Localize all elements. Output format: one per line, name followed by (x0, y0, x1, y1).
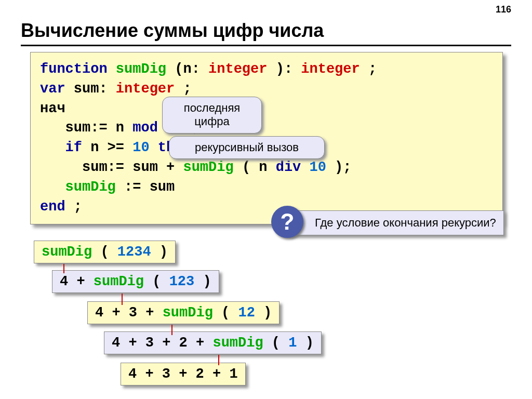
fn-name: sumDig (163, 305, 213, 321)
code-text: ( (221, 305, 230, 321)
code-text: 4 + 3 + 2 + (112, 335, 204, 351)
kw-integer: integer (208, 61, 267, 77)
code-line-3: нач (40, 99, 493, 119)
code-text: ; (183, 81, 191, 97)
code-text: sum: (74, 81, 108, 97)
num-literal: 10 (132, 140, 149, 155)
kw-if: if (65, 140, 82, 155)
callout-last-digit: последняя цифра (162, 97, 262, 134)
fn-name: sumDig (42, 244, 92, 260)
fn-name: sumDig (94, 274, 144, 289)
question-box: Где условие окончания рекурсии? (288, 210, 504, 235)
kw-integer: integer (116, 81, 175, 97)
step-4: 4 + 3 + 2 + sumDig ( 1 ) (104, 331, 322, 354)
fn-name: sumDig (212, 335, 263, 351)
fn-name: sumDig (183, 159, 233, 175)
connector-line (122, 294, 123, 305)
connector-line (63, 264, 64, 273)
code-text: ) (203, 274, 211, 289)
page-title: Вычисление суммы цифр числа (21, 20, 511, 46)
num-literal: 123 (169, 274, 195, 289)
kw-function: function (40, 61, 108, 77)
step-1: sumDig ( 1234 ) (34, 241, 176, 263)
code-line-4: sum:= n mod 10 ; (40, 118, 493, 138)
step-5: 4 + 3 + 2 + 1 (121, 363, 246, 385)
code-text: n >= (90, 140, 124, 155)
connector-line (218, 355, 219, 365)
code-text: 4 + (60, 274, 85, 289)
code-text: sum:= n (65, 120, 124, 136)
num-literal: 12 (238, 305, 255, 321)
kw-integer: integer (301, 61, 360, 77)
code-text: ) (263, 305, 272, 321)
code-text: ( n (242, 159, 268, 175)
code-text: (n: (175, 61, 200, 77)
code-text: ; (74, 199, 82, 215)
fn-name: sumDig (116, 61, 166, 77)
page-number: 116 (496, 4, 511, 15)
num-literal: 10 (310, 159, 326, 175)
code-text: ) (305, 335, 314, 351)
code-text: ) (159, 244, 168, 260)
step-3: 4 + 3 + sumDig ( 12 ) (87, 301, 280, 324)
code-text: ): (276, 61, 292, 77)
code-text: 4 + 3 + (95, 305, 154, 321)
code-line-1: function sumDig (n: integer ): integer ; (40, 60, 493, 79)
kw-end: end (40, 199, 65, 215)
code-text: ( (272, 335, 280, 351)
code-line-6: sum:= sum + sumDig ( n div 10 ); (40, 158, 493, 178)
question-mark-icon: ? (271, 206, 303, 238)
step-2: 4 + sumDig ( 123 ) (52, 270, 219, 293)
code-text: ( (100, 244, 109, 260)
kw-div: div (276, 159, 301, 175)
code-text: sum:= sum + (82, 159, 175, 175)
kw-var: var (40, 81, 65, 97)
callout-recursive-call: рекурсивный вызов (169, 136, 325, 159)
kw-mod: mod (132, 120, 158, 136)
num-literal: 1 (288, 335, 297, 351)
code-line-2: var sum: integer ; (40, 79, 493, 99)
code-text: ; (368, 61, 377, 77)
num-literal: 1234 (117, 244, 151, 260)
code-line-7: sumDig := sum (40, 178, 493, 197)
connector-line (171, 325, 172, 335)
fn-name: sumDig (65, 179, 116, 195)
code-text: ( (152, 274, 161, 289)
code-text: ); (335, 159, 351, 175)
code-text: := sum (124, 179, 175, 195)
